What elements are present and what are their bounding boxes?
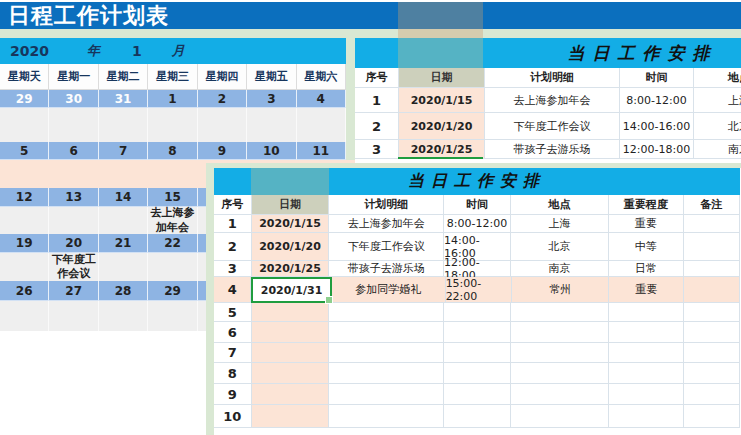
plan-cell[interactable] <box>329 384 443 405</box>
calendar-day-cell[interactable]: 12 <box>0 188 49 207</box>
time-cell[interactable]: 14:00-16:00 <box>620 113 694 140</box>
header-importance[interactable]: 重要程度 <box>609 195 684 215</box>
calendar-day-cell[interactable]: 10 <box>247 142 296 160</box>
weekday-thursday[interactable]: 星期四 <box>198 64 247 90</box>
serial-cell[interactable]: 3 <box>214 261 252 277</box>
place-cell[interactable] <box>511 363 609 384</box>
place-cell[interactable]: 北京 <box>511 233 609 261</box>
remarks-cell[interactable] <box>684 322 740 343</box>
calendar-year[interactable]: 2020 <box>10 43 49 59</box>
date-cell[interactable]: 2020/1/25 <box>252 261 330 277</box>
note-cell[interactable] <box>99 301 148 331</box>
date-cell[interactable]: 2020/1/20 <box>252 233 330 261</box>
place-cell[interactable]: 北京 <box>694 113 741 140</box>
time-cell[interactable] <box>444 405 511 428</box>
note-cell[interactable] <box>0 160 49 188</box>
selected-date-cell[interactable]: 2020/1/31 <box>251 277 332 303</box>
calendar-day-cell[interactable]: 28 <box>99 281 148 301</box>
fill-handle[interactable] <box>325 296 333 304</box>
importance-cell[interactable] <box>609 322 684 343</box>
note-cell[interactable] <box>148 160 197 188</box>
note-cell[interactable] <box>49 207 98 234</box>
calendar-day-cell[interactable]: 7 <box>99 142 148 160</box>
date-cell[interactable] <box>252 343 330 363</box>
note-cell[interactable] <box>0 253 49 281</box>
importance-cell[interactable] <box>609 343 684 363</box>
note-cell[interactable] <box>0 301 49 331</box>
time-cell[interactable]: 12:00-18:00 <box>444 261 511 277</box>
note-cell[interactable] <box>99 160 148 188</box>
date-cell[interactable] <box>252 405 330 428</box>
calendar-day-cell[interactable]: 14 <box>99 188 148 207</box>
importance-cell[interactable]: 重要 <box>609 277 684 303</box>
note-cell-trip[interactable]: 去上海参加年会 <box>148 207 197 234</box>
header-time[interactable]: 时间 <box>444 195 511 215</box>
note-cell[interactable] <box>297 108 346 142</box>
place-cell[interactable] <box>511 322 609 343</box>
daily-plan-table-popup[interactable]: 当日工作安排 序号 日期 计划明细 时间 地点 重要程度 备注 1 2020/1… <box>206 163 741 435</box>
calendar-month[interactable]: 1 <box>132 43 142 59</box>
date-cell[interactable] <box>252 384 330 405</box>
plan-cell[interactable]: 去上海参加年会 <box>485 88 620 113</box>
calendar-day-cell[interactable]: 22 <box>148 234 197 253</box>
plan-cell[interactable] <box>329 322 443 343</box>
calendar-day-cell[interactable]: 11 <box>297 142 346 160</box>
serial-cell[interactable]: 10 <box>214 405 252 428</box>
serial-cell[interactable]: 7 <box>214 343 252 363</box>
date-cell[interactable]: 2020/1/15 <box>252 215 330 233</box>
note-cell[interactable] <box>49 160 98 188</box>
remarks-cell[interactable] <box>684 215 740 233</box>
weekday-tuesday[interactable]: 星期二 <box>99 64 148 90</box>
weekday-saturday[interactable]: 星期六 <box>297 64 346 90</box>
weekday-monday[interactable]: 星期一 <box>49 64 98 90</box>
remarks-cell[interactable] <box>684 343 740 363</box>
note-cell[interactable] <box>148 253 197 281</box>
remarks-cell[interactable] <box>684 277 740 303</box>
header-place[interactable]: 地点 <box>694 68 741 88</box>
time-cell[interactable] <box>444 343 511 363</box>
calendar-day-cell[interactable]: 29 <box>0 90 49 108</box>
remarks-cell[interactable] <box>684 405 740 428</box>
header-serial[interactable]: 序号 <box>355 68 399 88</box>
plan-cell[interactable]: 带孩子去游乐场 <box>485 140 620 159</box>
place-cell[interactable] <box>511 405 609 428</box>
plan-cell[interactable] <box>329 343 443 363</box>
calendar-day-cell[interactable]: 5 <box>0 142 49 160</box>
calendar-day-cell[interactable]: 29 <box>148 281 197 301</box>
time-cell[interactable]: 12:00-18:00 <box>620 140 694 159</box>
serial-cell[interactable]: 6 <box>214 322 252 343</box>
calendar-day-cell[interactable]: 26 <box>0 281 49 301</box>
time-cell[interactable]: 8:00-12:00 <box>620 88 694 113</box>
place-cell[interactable]: 常州 <box>512 277 609 303</box>
header-plan[interactable]: 计划明细 <box>485 68 620 88</box>
note-cell[interactable] <box>247 108 296 142</box>
serial-cell[interactable]: 2 <box>214 233 252 261</box>
calendar-day-cell[interactable]: 1 <box>148 90 197 108</box>
plan-cell[interactable] <box>329 303 443 322</box>
plan-cell[interactable]: 下年度工作会议 <box>485 113 620 140</box>
calendar-day-cell[interactable]: 15 <box>148 188 197 207</box>
calendar-day-cell[interactable]: 9 <box>198 142 247 160</box>
importance-cell[interactable] <box>609 405 684 428</box>
plan-cell[interactable]: 去上海参加年会 <box>329 215 443 233</box>
note-cell[interactable] <box>49 301 98 331</box>
place-cell[interactable]: 南京 <box>694 140 741 159</box>
importance-cell[interactable]: 日常 <box>609 261 684 277</box>
date-cell[interactable]: 2020/1/15 <box>399 88 485 113</box>
calendar-day-cell[interactable]: 2 <box>198 90 247 108</box>
plan-cell[interactable] <box>329 405 443 428</box>
calendar-day-cell[interactable]: 19 <box>0 234 49 253</box>
date-cell[interactable] <box>252 322 330 343</box>
calendar-day-cell[interactable]: 31 <box>99 90 148 108</box>
calendar-day-cell[interactable]: 4 <box>297 90 346 108</box>
remarks-cell[interactable] <box>684 303 740 322</box>
time-cell[interactable]: 8:00-12:00 <box>444 215 511 233</box>
plan-cell[interactable]: 带孩子去游乐场 <box>329 261 443 277</box>
header-plan[interactable]: 计划明细 <box>329 195 443 215</box>
serial-cell[interactable]: 9 <box>214 384 252 405</box>
place-cell[interactable] <box>511 384 609 405</box>
place-cell[interactable]: 上海 <box>511 215 609 233</box>
place-cell[interactable] <box>511 303 609 322</box>
note-cell-meeting[interactable]: 下年度工作会议 <box>49 253 98 281</box>
note-cell[interactable] <box>0 207 49 234</box>
